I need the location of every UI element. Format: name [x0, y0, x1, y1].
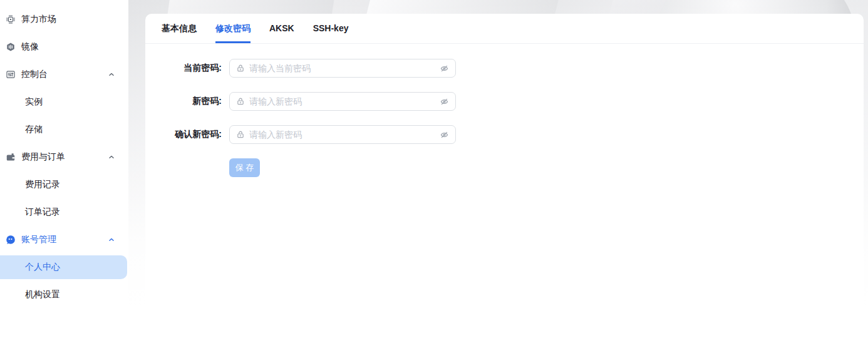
lock-icon [236, 97, 245, 106]
sidebar-item-label: 订单记录 [25, 207, 60, 218]
sidebar-item-label: 存储 [25, 124, 43, 135]
eye-off-icon[interactable] [440, 97, 449, 106]
tab-ssh-key[interactable]: SSH-key [313, 14, 349, 43]
form-row-confirm-password: 确认新密码: [162, 125, 864, 144]
sidebar-item-console[interactable]: 控制台 [0, 61, 128, 88]
sidebar-item-account-management[interactable]: 账号管理 [0, 226, 128, 253]
chevron-up-icon[interactable] [108, 154, 115, 160]
save-button[interactable]: 保 存 [229, 158, 260, 177]
app-screen: 算力市场 镜像 控制台 [0, 0, 868, 358]
lock-icon [236, 64, 245, 73]
sidebar-item-label: 个人中心 [25, 262, 60, 273]
sidebar-item-label: 控制台 [21, 69, 48, 80]
sidebar-item-images[interactable]: 镜像 [0, 33, 128, 61]
billing-icon [6, 152, 16, 162]
confirm-password-field [229, 125, 456, 144]
content-card: 基本信息 修改密码 AKSK SSH-key 当前密码: [145, 14, 864, 358]
sidebar-item-label: 算力市场 [21, 14, 56, 25]
sidebar-item-label: 机构设置 [25, 289, 60, 300]
sidebar-item-label: 费用与订单 [21, 151, 65, 163]
image-icon [6, 42, 16, 52]
confirm-password-label: 确认新密码: [162, 129, 222, 140]
chevron-up-icon[interactable] [108, 71, 115, 78]
console-icon [6, 69, 16, 79]
form-row-current-password: 当前密码: [162, 59, 864, 78]
confirm-password-input[interactable] [249, 130, 436, 140]
new-password-field [229, 92, 456, 111]
sidebar-item-billing-records[interactable]: 费用记录 [0, 171, 128, 198]
tab-aksk[interactable]: AKSK [269, 14, 294, 43]
new-password-input[interactable] [249, 96, 436, 106]
sidebar-item-billing-orders[interactable]: 费用与订单 [0, 143, 128, 171]
sidebar-item-order-records[interactable]: 订单记录 [0, 198, 128, 226]
account-icon [6, 235, 16, 245]
form-row-new-password: 新密码: [162, 92, 864, 111]
tab-basic-info[interactable]: 基本信息 [162, 14, 197, 43]
sidebar: 算力市场 镜像 控制台 [0, 0, 128, 358]
chevron-up-icon[interactable] [108, 237, 115, 243]
current-password-field [229, 59, 456, 78]
tab-change-password[interactable]: 修改密码 [215, 14, 251, 43]
sidebar-item-label: 实例 [25, 96, 43, 108]
sidebar-item-computing-market[interactable]: 算力市场 [0, 6, 128, 33]
sidebar-item-instances[interactable]: 实例 [0, 88, 128, 116]
eye-off-icon[interactable] [440, 130, 449, 140]
sidebar-item-label: 账号管理 [21, 234, 56, 245]
change-password-form: 当前密码: [145, 44, 864, 177]
sidebar-item-label: 镜像 [21, 41, 39, 53]
sidebar-item-storage[interactable]: 存储 [0, 116, 128, 143]
current-password-label: 当前密码: [162, 63, 222, 74]
tab-bar: 基本信息 修改密码 AKSK SSH-key [145, 14, 864, 44]
sidebar-item-personal-center[interactable]: 个人中心 [0, 253, 128, 281]
current-password-input[interactable] [249, 63, 436, 73]
new-password-label: 新密码: [162, 96, 222, 107]
eye-off-icon[interactable] [440, 64, 449, 73]
sidebar-item-organization-settings[interactable]: 机构设置 [0, 281, 128, 309]
sidebar-item-label: 费用记录 [25, 179, 60, 190]
lock-icon [236, 130, 245, 139]
chip-icon [6, 14, 16, 24]
